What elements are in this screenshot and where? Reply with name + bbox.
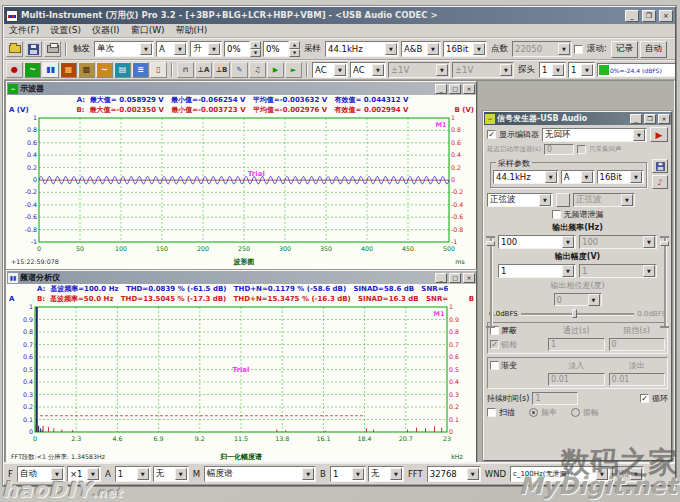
roll-checkbox[interactable] <box>574 45 583 54</box>
spin-up-icon[interactable]: ▲ <box>250 41 261 49</box>
spectrum-3d-plot-icon[interactable]: ▩ <box>78 62 95 78</box>
probe-b-select[interactable]: 1▼ <box>568 62 595 78</box>
menu-item[interactable]: 窗口(W) <box>131 24 165 37</box>
sweep-checkbox[interactable] <box>487 408 496 417</box>
device-test-plan-icon[interactable]: ▤ <box>114 62 131 78</box>
zero-b-icon[interactable]: ⊥B <box>213 62 230 78</box>
chevron-down-icon[interactable]: ▼ <box>140 43 152 55</box>
run-icon[interactable]: ▶ <box>267 62 284 78</box>
menu-item[interactable]: 仪器(I) <box>92 24 120 37</box>
slider-handle[interactable] <box>660 241 669 246</box>
chevron-down-icon[interactable]: ▼ <box>562 236 574 248</box>
chevron-down-icon[interactable]: ▼ <box>302 468 314 480</box>
coupling-b-select[interactable]: AC▼ <box>350 62 386 78</box>
chevron-down-icon[interactable]: ▼ <box>427 43 439 55</box>
spin-down-icon[interactable]: ▼ <box>289 49 300 57</box>
b-extra-select[interactable]: 无▼ <box>368 466 404 482</box>
zero-a-icon[interactable]: ⊥A <box>195 62 212 78</box>
oscilloscope-titlebar[interactable]: ~ 示波器 _ □ × <box>7 82 476 95</box>
chevron-down-icon[interactable]: ▼ <box>545 171 557 183</box>
calibrate-icon[interactable]: ⊓ <box>177 62 194 78</box>
a-extra-select[interactable]: 无▼ <box>153 466 189 482</box>
probe-a-select[interactable]: 1▼ <box>539 62 566 78</box>
chevron-down-icon[interactable]: ▼ <box>390 468 402 480</box>
loop-mode-select[interactable]: 无回环▼ <box>542 128 647 142</box>
frequency-a-select[interactable]: 100▼ <box>498 235 576 249</box>
maximize-button[interactable]: □ <box>449 84 461 94</box>
chevron-down-icon[interactable]: ▼ <box>372 64 384 76</box>
signal-generator-icon[interactable]: ∼ <box>96 62 113 78</box>
chevron-down-icon[interactable]: ▼ <box>334 64 346 76</box>
minimize-button[interactable]: _ <box>625 10 639 22</box>
no-leakage-checkbox[interactable] <box>552 210 561 219</box>
chevron-down-icon[interactable]: ▼ <box>352 468 364 480</box>
spin-up-icon[interactable]: ▲ <box>289 41 300 49</box>
chevron-down-icon[interactable]: ▼ <box>539 194 551 206</box>
output-level-slider-right[interactable] <box>659 237 670 327</box>
record-icon[interactable]: ● <box>6 62 23 78</box>
print-icon[interactable] <box>44 41 61 57</box>
trigger-edge-select[interactable]: 升▼ <box>190 41 222 57</box>
gen-channel-select[interactable]: A▼ <box>561 170 595 184</box>
hold-run-icon[interactable]: ► <box>285 62 302 78</box>
chevron-down-icon[interactable]: ▼ <box>552 64 564 76</box>
bit-depth-select[interactable]: 16Bit▼ <box>443 41 487 57</box>
chevron-down-icon[interactable]: ▼ <box>467 468 479 480</box>
chevron-down-icon[interactable]: ▼ <box>174 43 186 55</box>
waveform-a-select[interactable]: 正弦波▼ <box>487 193 553 207</box>
output-balance-slider[interactable] <box>521 308 635 319</box>
data-logger-icon[interactable]: ≡ <box>132 62 149 78</box>
trigger-source-select[interactable]: A▼ <box>156 41 188 57</box>
loop-checkbox[interactable]: ✓ <box>640 394 649 403</box>
open-file-icon[interactable] <box>6 41 23 57</box>
derived-data-icon[interactable]: ▯ <box>150 62 167 78</box>
chevron-down-icon[interactable]: ▼ <box>562 265 574 277</box>
oscilloscope-icon[interactable]: ~ <box>24 62 41 78</box>
app-titlebar[interactable]: Multi-Instrument (万用仪) Pro 3.2 - [+3BP+B… <box>4 7 675 24</box>
speaker-icon[interactable]: ♫ <box>249 62 266 78</box>
gen-rate-select[interactable]: 44.1kHz▼ <box>493 170 559 184</box>
amplitude-a-select[interactable]: 1▼ <box>498 264 576 278</box>
coupling-a-select[interactable]: AC▼ <box>312 62 348 78</box>
fade-checkbox[interactable] <box>490 361 499 370</box>
spectrum-analyzer-icon[interactable]: ▮▮ <box>42 62 59 78</box>
trigger-delay-stepper[interactable]: 0%▲▼ <box>263 41 300 57</box>
restore-button[interactable]: ❐ <box>642 10 656 22</box>
output-play-button[interactable]: ▶ <box>650 127 668 142</box>
menu-item[interactable]: 文件(F) <box>9 24 39 37</box>
minimize-button[interactable]: _ <box>435 84 447 94</box>
oscilloscope-plot[interactable]: 110.80.80.60.60.40.40.20.200-0.2-0.2-0.4… <box>9 115 476 267</box>
chevron-down-icon[interactable]: ▼ <box>385 43 397 55</box>
gen-bits-select[interactable]: 16Bit▼ <box>597 170 644 184</box>
close-button[interactable]: × <box>658 114 670 124</box>
spectrum-mode-select[interactable]: 幅度谱▼ <box>204 466 316 482</box>
b-channel-select[interactable]: 1▼ <box>330 466 366 482</box>
maximize-button[interactable]: ❐ <box>644 114 656 124</box>
trigger-level-stepper[interactable]: 0%▲▼ <box>224 41 261 57</box>
multimeter-icon[interactable]: ▦ <box>60 62 77 78</box>
sample-rate-select[interactable]: 44.1kHz▼ <box>325 41 399 57</box>
minimize-button[interactable]: _ <box>630 114 642 124</box>
chevron-down-icon[interactable]: ▼ <box>473 43 485 55</box>
close-button[interactable]: × <box>463 84 475 94</box>
slider-handle[interactable] <box>572 309 577 318</box>
minimize-button[interactable]: _ <box>435 273 447 283</box>
auto-button[interactable]: 自动 <box>640 41 667 58</box>
channel-select[interactable]: A&B▼ <box>401 41 441 57</box>
record-button[interactable]: 记录 <box>611 41 638 58</box>
menu-item[interactable]: 帮助(H) <box>176 24 208 37</box>
chevron-down-icon[interactable]: ▼ <box>175 468 187 480</box>
trigger-mode-select[interactable]: 单次▼ <box>94 41 154 57</box>
music-note-icon[interactable]: ♪ <box>652 175 668 189</box>
slider-handle[interactable] <box>486 241 495 246</box>
spectrum-plot[interactable]: 110.90.90.80.80.70.70.60.60.50.50.40.40.… <box>9 304 476 462</box>
close-button[interactable]: × <box>463 273 475 283</box>
chevron-down-icon[interactable]: ▼ <box>137 468 149 480</box>
save-signal-icon[interactable] <box>652 159 668 173</box>
maximize-button[interactable]: □ <box>449 273 461 283</box>
probe-tool-icon[interactable]: ✎ <box>231 62 248 78</box>
menu-item[interactable]: 设置(S) <box>50 24 81 37</box>
chevron-down-icon[interactable]: ▼ <box>581 171 593 183</box>
spectrum-titlebar[interactable]: ▮▮ 频谱分析仪 _ □ × <box>7 271 476 284</box>
save-file-icon[interactable] <box>25 41 42 57</box>
